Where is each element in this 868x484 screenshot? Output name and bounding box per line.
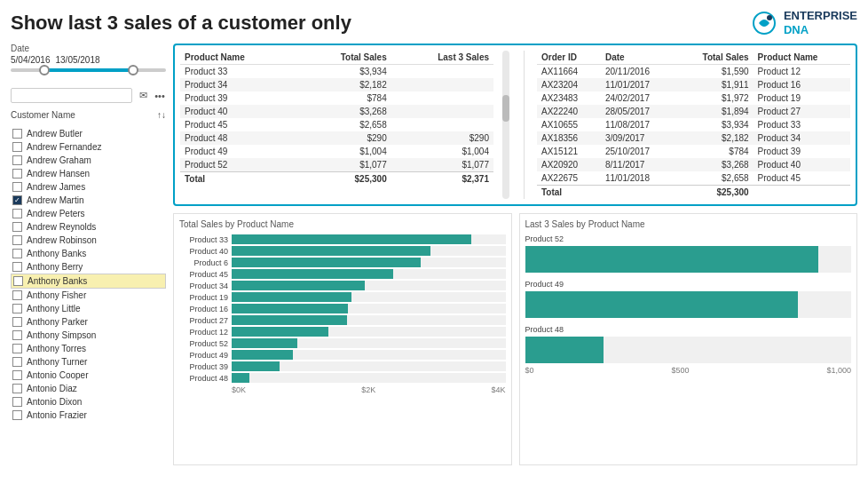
- customer-search-input[interactable]: [11, 88, 132, 103]
- x-label: $0K: [232, 385, 246, 394]
- bar-track: [232, 327, 506, 337]
- bar-fill: [232, 292, 351, 302]
- customer-checkbox[interactable]: [12, 344, 22, 353]
- customer-checkbox[interactable]: [12, 169, 22, 179]
- customer-checkbox[interactable]: [12, 357, 22, 367]
- list-item[interactable]: Andrew James: [11, 180, 166, 194]
- bar-label: Product 39: [179, 362, 228, 371]
- product-name-cell: Product 49: [180, 145, 297, 158]
- table-row: Product 39 $784: [180, 91, 493, 105]
- total-sales-cell: $784: [297, 91, 391, 105]
- customer-checkbox[interactable]: [12, 249, 22, 258]
- list-item[interactable]: Andrew Peters: [11, 207, 166, 220]
- date-slider[interactable]: [11, 68, 166, 72]
- left-x-labels: $0K$2K$4K: [179, 385, 506, 394]
- customer-checkbox[interactable]: [12, 142, 22, 152]
- list-item[interactable]: Antonio Cooper: [11, 369, 166, 382]
- x-label: $2K: [361, 385, 375, 394]
- customer-checkbox[interactable]: [12, 182, 22, 192]
- list-item[interactable]: Anthony Banks: [11, 274, 166, 289]
- table-scrollbar[interactable]: [501, 51, 511, 199]
- customer-checkbox[interactable]: [12, 410, 22, 420]
- total-sales-cell: $1,972: [675, 91, 753, 105]
- customer-checkbox[interactable]: [12, 195, 22, 205]
- total-sales-cell: $2,658: [675, 171, 753, 186]
- list-item[interactable]: Andrew Butler: [11, 127, 166, 140]
- customer-checkbox[interactable]: [12, 222, 22, 232]
- list-item[interactable]: Anthony Simpson: [11, 329, 166, 342]
- bar-row: Product 52: [179, 338, 506, 348]
- total-amount: $25,300: [675, 186, 753, 200]
- list-item[interactable]: Anthony Little: [11, 302, 166, 315]
- customer-checkbox[interactable]: [12, 304, 22, 313]
- list-item[interactable]: Anthony Berry: [11, 260, 166, 274]
- right-table: Order ID Date Total Sales Product Name A…: [537, 51, 850, 199]
- table-divider: [524, 51, 525, 199]
- bar-label: Product 27: [179, 316, 228, 325]
- more-icon[interactable]: •••: [153, 89, 167, 103]
- x-label: $500: [671, 366, 689, 375]
- total-sales-cell: $1,894: [675, 105, 753, 118]
- bar-label: Product 6: [179, 258, 228, 267]
- list-item[interactable]: Antonio Dixon: [11, 395, 166, 409]
- right-bar-chart: Product 52 Product 49 Product 48: [525, 234, 852, 363]
- customer-checkbox[interactable]: [12, 155, 22, 165]
- total-sales-cell: $3,268: [297, 105, 391, 118]
- order-id-cell: AX23483: [537, 91, 601, 105]
- list-item[interactable]: Anthony Banks: [11, 247, 166, 260]
- table-row: AX22675 11/01/2018 $2,658 Product 45: [537, 171, 850, 186]
- table-row: AX10655 11/08/2017 $3,934 Product 33: [537, 118, 850, 131]
- order-id-cell: AX18356: [537, 131, 601, 145]
- customer-checkbox[interactable]: [12, 317, 22, 327]
- bar-label: Product 40: [179, 247, 228, 256]
- bar-row: Product 45: [179, 269, 506, 279]
- list-item[interactable]: Anthony Fisher: [11, 289, 166, 302]
- bar-track: [232, 350, 506, 360]
- bar-label: Product 49: [179, 351, 228, 360]
- list-item[interactable]: Andrew Robinson: [11, 234, 166, 247]
- left-table-section: Product Name Total Sales Last 3 Sales Pr…: [180, 51, 493, 199]
- customer-checkbox[interactable]: [12, 262, 22, 272]
- bar-fill: [232, 269, 393, 279]
- product-name-cell: Product 40: [180, 105, 297, 118]
- date-cell: 11/01/2018: [601, 171, 675, 186]
- customer-checkbox[interactable]: [12, 397, 22, 407]
- customer-name: Andrew Martin: [27, 195, 83, 205]
- product-name-cell: Product 48: [180, 131, 297, 145]
- list-item[interactable]: Andrew Martin: [11, 194, 166, 207]
- date-start: 5/04/2016: [11, 55, 51, 65]
- customer-checkbox[interactable]: [12, 209, 22, 218]
- customer-checkbox[interactable]: [12, 370, 22, 380]
- list-item[interactable]: Anthony Turner: [11, 355, 166, 369]
- bar-track: [232, 269, 506, 279]
- list-item[interactable]: Andrew Reynolds: [11, 220, 166, 234]
- date-cell: 11/08/2017: [601, 118, 675, 131]
- table-row: Product 52 $1,077 $1,077: [180, 158, 493, 172]
- product-name-cell: Product 12: [754, 65, 850, 79]
- bar-fill: [232, 234, 471, 244]
- bar-track: [232, 338, 506, 348]
- right-bar-fill: [525, 337, 604, 363]
- customer-checkbox[interactable]: [12, 290, 22, 300]
- customer-checkbox[interactable]: [12, 330, 22, 340]
- customer-checkbox[interactable]: [12, 129, 22, 139]
- last3-sales-cell: [391, 78, 493, 91]
- list-item[interactable]: Andrew Fernandez: [11, 140, 166, 154]
- customer-checkbox[interactable]: [12, 235, 22, 245]
- list-item[interactable]: Andrew Hansen: [11, 167, 166, 180]
- last3-sales-cell: [391, 91, 493, 105]
- customer-checkbox[interactable]: [13, 276, 23, 286]
- sort-icon[interactable]: ↑↓: [157, 110, 166, 120]
- total-sales-cell: $1,077: [297, 158, 391, 172]
- bar-track: [232, 258, 506, 267]
- list-item[interactable]: Andrew Graham: [11, 154, 166, 167]
- list-item[interactable]: Antonio Frazier: [11, 409, 166, 422]
- list-item[interactable]: Anthony Torres: [11, 342, 166, 355]
- total-sales-cell: $2,182: [297, 78, 391, 91]
- envelope-icon[interactable]: ✉: [136, 89, 150, 103]
- customer-name: Antonio Frazier: [27, 410, 87, 420]
- total-label: Total: [180, 172, 297, 186]
- list-item[interactable]: Antonio Diaz: [11, 382, 166, 395]
- customer-checkbox[interactable]: [12, 384, 22, 393]
- list-item[interactable]: Anthony Parker: [11, 315, 166, 329]
